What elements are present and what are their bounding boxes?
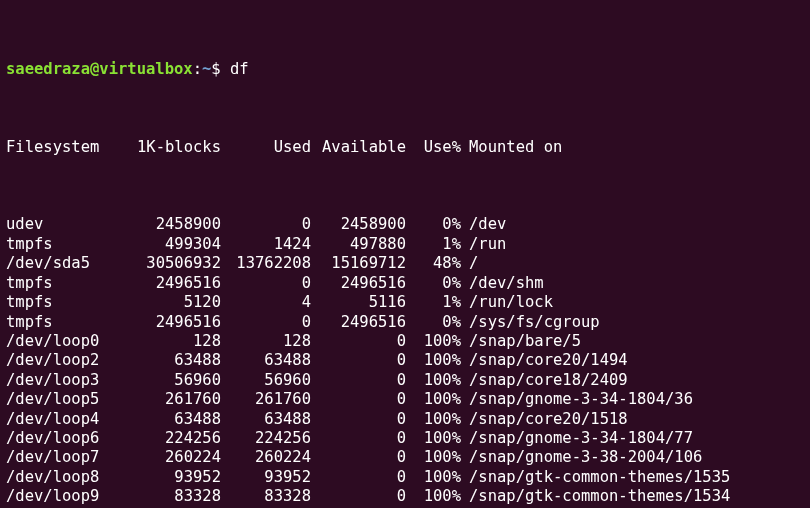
cell-avail: 0 <box>311 468 406 487</box>
table-row: /dev/loop52617602617600100%/snap/gnome-3… <box>6 390 804 409</box>
cell-fs: /dev/loop5 <box>6 390 116 409</box>
table-row: tmpfs2496516024965160%/dev/shm <box>6 274 804 293</box>
cell-avail: 2458900 <box>311 215 406 234</box>
cell-fs: /dev/loop6 <box>6 429 116 448</box>
table-row: udev2458900024589000%/dev <box>6 215 804 234</box>
cell-used: 63488 <box>221 351 311 370</box>
cell-blocks: 224256 <box>116 429 221 448</box>
prompt-at: @ <box>90 60 99 78</box>
cell-pct: 1% <box>406 235 461 254</box>
cell-avail: 5116 <box>311 293 406 312</box>
cell-blocks: 63488 <box>116 351 221 370</box>
cell-used: 128 <box>221 332 311 351</box>
header-available: Available <box>311 138 406 157</box>
prompt-user: saeedraza <box>6 60 90 78</box>
cell-pct: 100% <box>406 468 461 487</box>
cell-blocks: 93952 <box>116 468 221 487</box>
cell-pct: 100% <box>406 371 461 390</box>
cell-fs: /dev/loop4 <box>6 410 116 429</box>
prompt-line: saeedraza@virtualbox:~$ df <box>6 60 804 79</box>
table-row: /dev/loop01281280100%/snap/bare/5 <box>6 332 804 351</box>
header-mounted: Mounted on <box>461 138 562 157</box>
table-row: tmpfs49930414244978801%/run <box>6 235 804 254</box>
cell-pct: 100% <box>406 332 461 351</box>
cell-mount: /snap/core18/2409 <box>461 371 628 390</box>
cell-pct: 0% <box>406 274 461 293</box>
cell-blocks: 30506932 <box>116 254 221 273</box>
cell-mount: /run/lock <box>461 293 553 312</box>
cell-pct: 100% <box>406 429 461 448</box>
cell-used: 1424 <box>221 235 311 254</box>
cell-pct: 0% <box>406 215 461 234</box>
cell-used: 83328 <box>221 487 311 506</box>
cell-mount: /run <box>461 235 506 254</box>
cell-mount: / <box>461 254 478 273</box>
table-row: /dev/loop62242562242560100%/snap/gnome-3… <box>6 429 804 448</box>
cell-used: 13762208 <box>221 254 311 273</box>
cell-used: 4 <box>221 293 311 312</box>
cell-avail: 0 <box>311 332 406 351</box>
table-row: /dev/loop983328833280100%/snap/gtk-commo… <box>6 487 804 506</box>
header-blocks: 1K-blocks <box>116 138 221 157</box>
cell-avail: 0 <box>311 351 406 370</box>
table-row: /dev/loop72602242602240100%/snap/gnome-3… <box>6 448 804 467</box>
cell-used: 0 <box>221 274 311 293</box>
cell-mount: /snap/bare/5 <box>461 332 581 351</box>
cell-used: 0 <box>221 215 311 234</box>
cell-used: 63488 <box>221 410 311 429</box>
cell-avail: 0 <box>311 390 406 409</box>
cell-mount: /snap/gnome-3-34-1804/36 <box>461 390 693 409</box>
cell-used: 0 <box>221 313 311 332</box>
cell-used: 260224 <box>221 448 311 467</box>
prompt-dollar: $ <box>211 60 230 78</box>
cell-fs: /dev/loop0 <box>6 332 116 351</box>
cell-blocks: 2496516 <box>116 313 221 332</box>
cell-pct: 1% <box>406 293 461 312</box>
cell-pct: 100% <box>406 410 461 429</box>
cell-avail: 2496516 <box>311 313 406 332</box>
cell-avail: 0 <box>311 410 406 429</box>
cell-used: 93952 <box>221 468 311 487</box>
cell-fs: /dev/sda5 <box>6 254 116 273</box>
table-row: /dev/sda530506932137622081516971248%/ <box>6 254 804 273</box>
cell-avail: 0 <box>311 487 406 506</box>
cell-blocks: 128 <box>116 332 221 351</box>
table-row: /dev/loop356960569600100%/snap/core18/24… <box>6 371 804 390</box>
header-filesystem: Filesystem <box>6 138 116 157</box>
cell-blocks: 261760 <box>116 390 221 409</box>
cell-avail: 0 <box>311 448 406 467</box>
cell-fs: tmpfs <box>6 235 116 254</box>
cell-blocks: 2496516 <box>116 274 221 293</box>
cell-fs: udev <box>6 215 116 234</box>
table-row: tmpfs5120451161%/run/lock <box>6 293 804 312</box>
cell-blocks: 56960 <box>116 371 221 390</box>
cell-used: 224256 <box>221 429 311 448</box>
cell-blocks: 83328 <box>116 487 221 506</box>
table-row: tmpfs2496516024965160%/sys/fs/cgroup <box>6 313 804 332</box>
command-text: df <box>230 60 249 78</box>
cell-pct: 100% <box>406 351 461 370</box>
cell-mount: /snap/gtk-common-themes/1534 <box>461 487 730 506</box>
cell-mount: /sys/fs/cgroup <box>461 313 600 332</box>
prompt-colon: : <box>193 60 202 78</box>
cell-mount: /snap/gnome-3-38-2004/106 <box>461 448 702 467</box>
cell-blocks: 5120 <box>116 293 221 312</box>
cell-pct: 100% <box>406 487 461 506</box>
cell-avail: 0 <box>311 371 406 390</box>
rows-container: udev2458900024589000%/devtmpfs4993041424… <box>6 215 804 508</box>
table-row: /dev/loop893952939520100%/snap/gtk-commo… <box>6 468 804 487</box>
cell-fs: /dev/loop7 <box>6 448 116 467</box>
terminal-root[interactable]: saeedraza@virtualbox:~$ df Filesystem1K-… <box>0 0 810 508</box>
cell-fs: tmpfs <box>6 293 116 312</box>
cell-mount: /dev <box>461 215 506 234</box>
header-used: Used <box>221 138 311 157</box>
cell-fs: /dev/loop9 <box>6 487 116 506</box>
cell-fs: /dev/loop3 <box>6 371 116 390</box>
cell-fs: /dev/loop2 <box>6 351 116 370</box>
prompt-path: ~ <box>202 60 211 78</box>
header-usepct: Use% <box>406 138 461 157</box>
cell-pct: 100% <box>406 448 461 467</box>
cell-fs: tmpfs <box>6 313 116 332</box>
table-row: /dev/loop263488634880100%/snap/core20/14… <box>6 351 804 370</box>
cell-used: 56960 <box>221 371 311 390</box>
